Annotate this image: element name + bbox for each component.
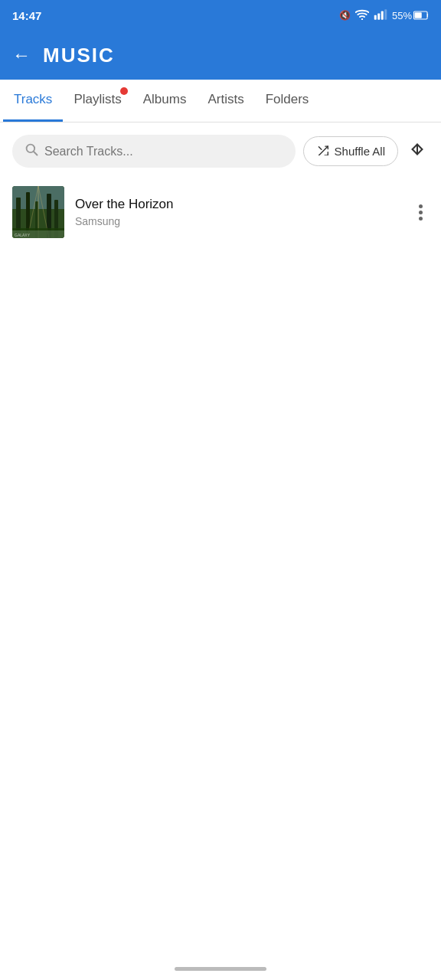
svg-text:GALAXY: GALAXY (15, 233, 31, 237)
svg-point-0 (361, 18, 363, 19)
home-indicator (175, 967, 266, 971)
dot-3 (419, 217, 423, 220)
track-title: Over the Horizon (75, 197, 402, 212)
shuffle-all-button[interactable]: Shuffle All (303, 136, 398, 166)
tab-artists[interactable]: Artists (197, 80, 254, 122)
search-input[interactable] (44, 145, 283, 158)
app-bar: ← MUSIC (0, 31, 441, 80)
svg-line-10 (318, 147, 322, 150)
status-icons: 🔇 55% (339, 9, 429, 22)
track-list: GALAXY Over the Horizon Samsung (12, 180, 429, 244)
status-time: 14:47 (12, 9, 41, 22)
tab-folders[interactable]: Folders (255, 80, 320, 122)
svg-rect-2 (377, 13, 380, 19)
status-bar: 14:47 🔇 55% (0, 0, 441, 31)
search-icon (24, 142, 38, 160)
tracks-content: Shuffle All (0, 122, 441, 256)
tab-albums[interactable]: Albums (132, 80, 198, 122)
mute-icon: 🔇 (339, 10, 351, 21)
tab-tracks[interactable]: Tracks (3, 80, 63, 122)
track-more-button[interactable] (413, 201, 429, 224)
sort-button[interactable] (406, 138, 429, 165)
battery-icon: 55% (392, 10, 429, 21)
track-artwork: GALAXY (12, 186, 64, 238)
tabs-container: Tracks Playlists Albums Artists Folders (0, 80, 441, 122)
track-info: Over the Horizon Samsung (75, 197, 402, 227)
svg-rect-4 (384, 9, 387, 20)
search-box[interactable] (12, 135, 296, 168)
playlists-badge (120, 87, 128, 95)
svg-rect-1 (374, 15, 377, 19)
app-title: MUSIC (43, 44, 115, 67)
wifi-icon (355, 9, 369, 22)
battery-percent: 55% (392, 10, 412, 21)
svg-rect-3 (381, 11, 384, 19)
dot-1 (419, 204, 423, 208)
shuffle-icon (316, 145, 330, 158)
track-artist: Samsung (75, 215, 402, 227)
svg-rect-6 (415, 12, 422, 18)
action-row: Shuffle All (12, 135, 429, 168)
tab-playlists[interactable]: Playlists (63, 80, 132, 122)
table-row[interactable]: GALAXY Over the Horizon Samsung (12, 180, 429, 244)
svg-line-8 (34, 152, 38, 155)
dot-2 (419, 211, 423, 214)
signal-icon (374, 9, 387, 22)
back-button[interactable]: ← (12, 44, 31, 66)
